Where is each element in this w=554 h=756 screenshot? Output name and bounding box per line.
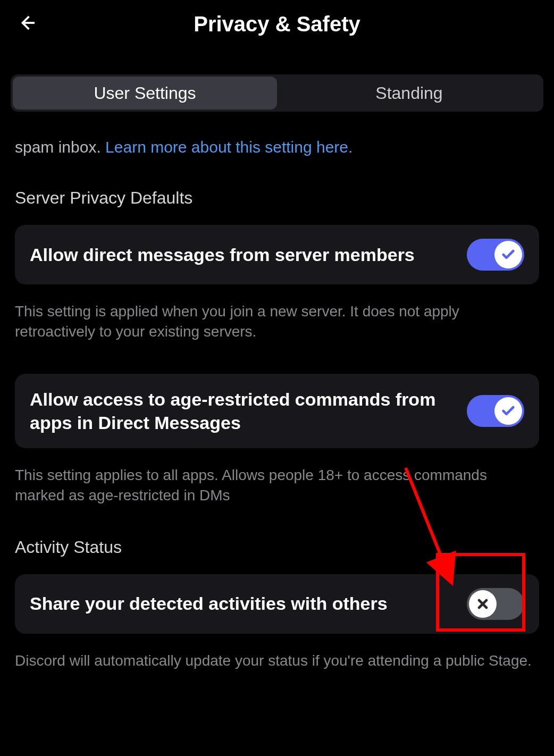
toggle-share-activity[interactable] — [467, 588, 524, 620]
toggle-allow-direct-messages[interactable] — [467, 239, 524, 271]
arrow-left-icon — [17, 13, 36, 32]
spam-prefix: spam inbox. — [15, 138, 105, 156]
setting-allow-direct-messages[interactable]: Allow direct messages from server member… — [15, 225, 539, 284]
toggle-age-restricted[interactable] — [467, 395, 524, 427]
setting-title: Allow direct messages from server member… — [30, 243, 456, 266]
setting-share-activity[interactable]: Share your detected activities with othe… — [15, 574, 539, 634]
learn-more-link[interactable]: Learn more about this setting here. — [105, 138, 352, 156]
check-icon — [501, 404, 516, 418]
page-title: Privacy & Safety — [15, 12, 539, 36]
toggle-knob — [494, 241, 522, 268]
setting-description-dm: This setting is applied when you join a … — [15, 301, 539, 342]
spam-inbox-text: spam inbox. Learn more about this settin… — [15, 138, 539, 156]
section-server-privacy-defaults: Server Privacy Defaults — [15, 188, 539, 208]
x-icon — [475, 597, 490, 611]
activity-card-wrapper: Share your detected activities with othe… — [15, 574, 539, 634]
tabs-container: User Settings Standing — [11, 74, 543, 112]
header: Privacy & Safety — [0, 0, 554, 48]
back-button[interactable] — [17, 13, 36, 35]
content: spam inbox. Learn more about this settin… — [0, 138, 554, 670]
setting-description-age: This setting applies to all apps. Allows… — [15, 465, 539, 506]
check-icon — [501, 247, 516, 262]
setting-description-activity: Discord will automatically update your s… — [15, 651, 539, 671]
toggle-knob — [469, 590, 497, 618]
toggle-knob — [494, 397, 522, 425]
tab-standing[interactable]: Standing — [277, 77, 541, 110]
setting-title: Share your detected activities with othe… — [30, 592, 456, 615]
setting-title: Allow access to age-restricted commands … — [30, 388, 456, 434]
setting-age-restricted[interactable]: Allow access to age-restricted commands … — [15, 374, 539, 448]
tab-user-settings[interactable]: User Settings — [13, 77, 277, 110]
section-activity-status: Activity Status — [15, 537, 539, 557]
